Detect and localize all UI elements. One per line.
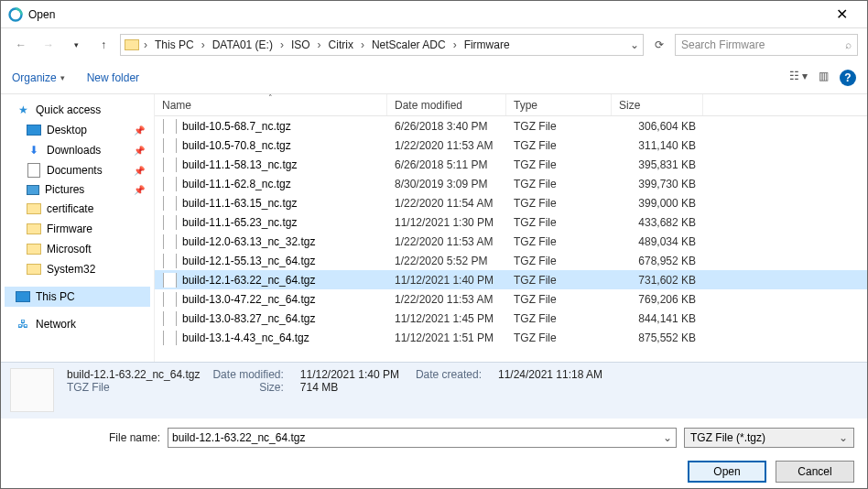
col-header-size[interactable]: Size	[612, 94, 703, 115]
file-row[interactable]: build-10.5-70.8_nc.tgz1/22/2020 11:53 AM…	[155, 136, 867, 155]
file-row[interactable]: build-10.5-68.7_nc.tgz6/26/2018 3:40 PMT…	[155, 116, 867, 136]
file-date-cell: 6/26/2018 3:40 PM	[387, 120, 506, 133]
command-bar: Organize ▾ New folder ☷ ▾ ▥ ?	[1, 61, 867, 94]
file-size-cell: 306,604 KB	[612, 120, 703, 133]
nav-downloads[interactable]: ⬇Downloads📌	[5, 140, 150, 160]
back-button[interactable]: ←	[10, 34, 32, 56]
file-icon	[162, 273, 177, 288]
file-row[interactable]: build-13.1-4.43_nc_64.tgz11/12/2021 1:51…	[155, 328, 867, 347]
file-row[interactable]: build-13.0-83.27_nc_64.tgz11/12/2021 1:4…	[155, 309, 867, 328]
file-date-cell: 1/22/2020 11:53 AM	[387, 139, 506, 152]
filename-value: build-12.1-63.22_nc_64.tgz	[172, 431, 305, 444]
file-type-cell: TGZ File	[506, 293, 612, 306]
breadcrumb-item[interactable]: DATA01 (E:)	[210, 37, 276, 53]
chevron-down-icon[interactable]: ⌄	[630, 38, 639, 51]
col-header-date[interactable]: Date modified	[387, 94, 506, 115]
file-size-cell: 433,682 KB	[612, 216, 703, 229]
breadcrumb-item[interactable]: NetScaler ADC	[369, 37, 449, 53]
nav-system32[interactable]: System32	[5, 259, 150, 279]
col-header-name[interactable]: Name˄	[155, 94, 387, 115]
refresh-button[interactable]: ⟳	[649, 35, 669, 55]
organize-menu[interactable]: Organize ▾	[12, 71, 65, 84]
nav-documents[interactable]: Documents📌	[5, 160, 150, 180]
file-date-cell: 11/12/2021 1:51 PM	[387, 331, 506, 344]
nav-microsoft[interactable]: Microsoft	[5, 239, 150, 259]
breadcrumb-item[interactable]: Citrix	[326, 37, 356, 53]
file-type-cell: TGZ File	[506, 139, 612, 152]
file-date-cell: 1/22/2020 11:54 AM	[387, 197, 506, 210]
nav-certificate[interactable]: certificate	[5, 199, 150, 219]
file-row[interactable]: build-12.0-63.13_nc_32.tgz1/22/2020 11:5…	[155, 232, 867, 251]
star-icon: ★	[16, 103, 30, 117]
file-row[interactable]: build-13.0-47.22_nc_64.tgz1/22/2020 11:5…	[155, 289, 867, 309]
col-header-type[interactable]: Type	[506, 94, 612, 115]
file-row[interactable]: build-12.1-55.13_nc_64.tgz1/22/2020 5:52…	[155, 251, 867, 270]
pin-icon: 📌	[134, 185, 145, 195]
help-button[interactable]: ?	[840, 70, 856, 86]
file-row[interactable]: build-11.1-58.13_nc.tgz6/26/2018 5:11 PM…	[155, 155, 867, 174]
file-name-cell: build-11.1-62.8_nc.tgz	[155, 177, 387, 191]
sort-asc-icon: ˄	[268, 94, 273, 103]
folder-icon	[27, 222, 41, 236]
details-size-value: 714 MB	[300, 381, 399, 394]
file-size-cell: 875,552 KB	[612, 331, 703, 344]
column-headers: Name˄ Date modified Type Size	[155, 94, 867, 116]
file-row[interactable]: build-11.1-62.8_nc.tgz8/30/2019 3:09 PMT…	[155, 174, 867, 193]
breadcrumb[interactable]: This PC DATA01 (E:) ISO Citrix NetScaler…	[120, 34, 644, 56]
nav-network[interactable]: 🖧Network	[5, 314, 150, 334]
new-folder-button[interactable]: New folder	[87, 71, 139, 84]
titlebar: Open ✕	[1, 1, 867, 28]
file-name-cell: build-13.0-83.27_nc_64.tgz	[155, 311, 387, 326]
cancel-button[interactable]: Cancel	[776, 461, 854, 483]
file-size-cell: 731,602 KB	[612, 274, 703, 287]
nav-pane: ★Quick access Desktop📌 ⬇Downloads📌 Docum…	[1, 94, 155, 362]
footer: File name: build-12.1-63.22_nc_64.tgz ⌄ …	[1, 418, 867, 489]
file-size-cell: 399,000 KB	[612, 197, 703, 210]
close-button[interactable]: ✕	[823, 2, 860, 27]
file-date-cell: 1/22/2020 11:53 AM	[387, 235, 506, 248]
nav-desktop[interactable]: Desktop📌	[5, 120, 150, 140]
file-type-filter[interactable]: TGZ File (*.tgz) ⌄	[684, 428, 854, 448]
file-size-cell: 678,952 KB	[612, 255, 703, 267]
file-list: Name˄ Date modified Type Size build-10.5…	[155, 94, 867, 362]
details-modified-label: Date modified:	[212, 368, 283, 381]
file-size-cell: 311,140 KB	[612, 139, 703, 152]
details-filename: build-12.1-63.22_nc_64.tgz	[67, 368, 200, 381]
pin-icon: 📌	[134, 146, 145, 156]
open-button[interactable]: Open	[688, 461, 766, 483]
nav-pictures[interactable]: Pictures📌	[5, 180, 150, 199]
file-size-cell: 395,831 KB	[612, 158, 703, 171]
file-date-cell: 11/12/2021 1:40 PM	[387, 274, 506, 287]
folder-icon	[27, 242, 41, 256]
search-input[interactable]: Search Firmware ⌕	[675, 34, 858, 56]
file-size-cell: 399,730 KB	[612, 178, 703, 190]
file-icon	[162, 177, 177, 191]
nav-quick-access[interactable]: ★Quick access	[5, 100, 150, 120]
downloads-icon: ⬇	[27, 143, 41, 158]
filename-input[interactable]: build-12.1-63.22_nc_64.tgz ⌄	[168, 428, 677, 448]
documents-icon	[27, 163, 41, 178]
folder-icon	[27, 201, 41, 216]
breadcrumb-item[interactable]: Firmware	[461, 37, 513, 53]
file-type-cell: TGZ File	[506, 274, 612, 287]
file-row[interactable]: build-11.1-63.15_nc.tgz1/22/2020 11:54 A…	[155, 193, 867, 212]
forward-button[interactable]: →	[38, 34, 60, 56]
nav-firmware[interactable]: Firmware	[5, 219, 150, 239]
view-mode-button[interactable]: ☷ ▾	[789, 70, 808, 86]
file-date-cell: 6/26/2018 5:11 PM	[387, 158, 506, 171]
file-row[interactable]: build-11.1-65.23_nc.tgz11/12/2021 1:30 P…	[155, 212, 867, 232]
chevron-down-icon[interactable]: ⌄	[663, 431, 672, 444]
file-size-cell: 769,206 KB	[612, 293, 703, 306]
up-button[interactable]: ↑	[92, 34, 114, 56]
file-type-cell: TGZ File	[506, 216, 612, 229]
file-size-cell: 489,034 KB	[612, 235, 703, 248]
recent-locations-button[interactable]: ▾	[65, 34, 87, 56]
nav-this-pc[interactable]: This PC	[5, 287, 150, 307]
breadcrumb-item[interactable]: This PC	[152, 37, 197, 53]
file-type-cell: TGZ File	[506, 312, 612, 325]
file-icon	[162, 138, 177, 153]
file-row[interactable]: build-12.1-63.22_nc_64.tgz11/12/2021 1:4…	[155, 270, 867, 289]
breadcrumb-item[interactable]: ISO	[288, 37, 313, 53]
pc-icon	[16, 289, 30, 304]
preview-pane-button[interactable]: ▥	[819, 70, 829, 86]
